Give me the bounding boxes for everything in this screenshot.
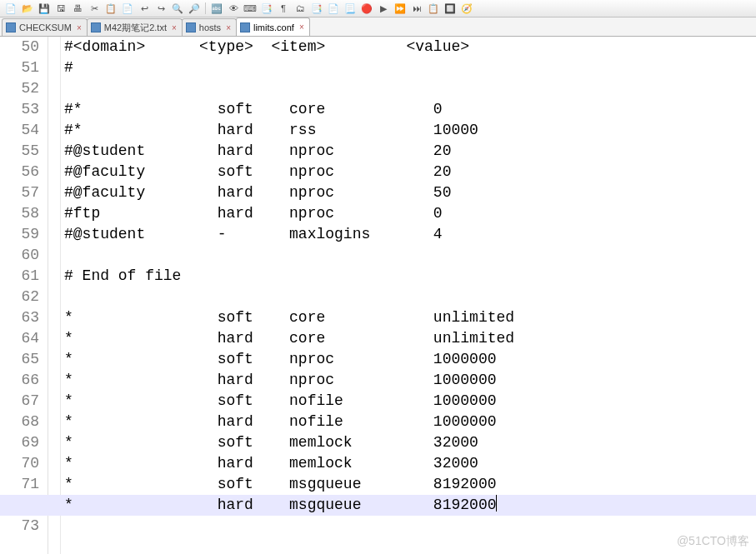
- toolbar-button-22[interactable]: 🔴: [359, 1, 374, 16]
- code-line[interactable]: #* soft core 0: [64, 99, 756, 120]
- file-icon: [186, 22, 196, 32]
- line-number: 65: [0, 349, 39, 370]
- code-line[interactable]: #* hard rss 10000: [64, 120, 756, 141]
- code-line[interactable]: #@student - maxlogins 4: [64, 224, 756, 245]
- tab-3[interactable]: limits.conf×: [236, 17, 310, 36]
- text-caret: [496, 495, 497, 512]
- code-line[interactable]: * hard nproc 1000000: [64, 370, 756, 391]
- code-line[interactable]: * hard core unlimited: [64, 328, 756, 349]
- code-line[interactable]: #: [64, 57, 756, 78]
- line-number: 66: [0, 370, 39, 391]
- toolbar-button-2[interactable]: 💾: [37, 1, 52, 16]
- line-number: 61: [0, 266, 39, 287]
- watermark-text: @51CTO博客: [677, 534, 749, 549]
- code-line[interactable]: #@student hard nproc 20: [64, 141, 756, 162]
- code-text: * hard nofile 1000000: [64, 412, 496, 432]
- line-number: 51: [0, 57, 39, 78]
- code-line[interactable]: #ftp hard nproc 0: [64, 203, 756, 224]
- toolbar-button-25[interactable]: ⏭: [409, 1, 424, 16]
- code-text: #@student - maxlogins 4: [64, 224, 443, 245]
- code-line[interactable]: [64, 516, 756, 537]
- toolbar-button-17[interactable]: ¶: [276, 1, 291, 16]
- code-line[interactable]: * soft nofile 1000000: [64, 391, 756, 412]
- toolbar-button-14[interactable]: 👁: [226, 1, 241, 16]
- line-number: 63: [0, 307, 39, 328]
- code-text: #<domain> <type> <item> <value>: [64, 37, 469, 57]
- code-text: * soft core unlimited: [64, 307, 514, 328]
- code-line[interactable]: * soft core unlimited: [64, 307, 756, 328]
- code-line[interactable]: [64, 287, 756, 307]
- code-line[interactable]: * hard memlock 32000: [64, 453, 756, 474]
- line-number: 73: [0, 516, 39, 537]
- code-line[interactable]: * soft msgqueue 8192000: [64, 474, 756, 495]
- toolbar-button-16[interactable]: 📑: [259, 1, 274, 16]
- tab-1[interactable]: M42期笔记2.txt×: [87, 18, 183, 36]
- tab-2[interactable]: hosts×: [182, 18, 237, 36]
- line-number: 53: [0, 99, 39, 120]
- code-line[interactable]: * hard nofile 1000000: [64, 412, 756, 432]
- fold-column: [48, 37, 61, 554]
- tab-label: limits.conf: [253, 22, 294, 32]
- code-text: #* soft core 0: [64, 99, 443, 120]
- code-editor[interactable]: #<domain> <type> <item> <value>##* soft …: [61, 37, 756, 554]
- toolbar-button-5[interactable]: ✂: [87, 1, 102, 16]
- toolbar-button-8[interactable]: ↩: [137, 1, 152, 16]
- code-line[interactable]: # End of file: [64, 266, 756, 287]
- toolbar-button-0[interactable]: 📄: [3, 1, 18, 16]
- file-icon: [240, 22, 250, 32]
- toolbar-button-19[interactable]: 📑: [309, 1, 324, 16]
- code-line[interactable]: [64, 78, 756, 99]
- toolbar-button-13[interactable]: 🔤: [209, 1, 224, 16]
- toolbar-button-23[interactable]: ▶: [376, 1, 391, 16]
- toolbar-button-26[interactable]: 📋: [426, 1, 441, 16]
- line-number: 60: [0, 245, 39, 266]
- toolbar-button-21[interactable]: 📃: [343, 1, 358, 16]
- line-number: 56: [0, 162, 39, 182]
- line-number: 55: [0, 141, 39, 162]
- toolbar-button-20[interactable]: 📄: [326, 1, 341, 16]
- toolbar-button-10[interactable]: 🔍: [170, 1, 185, 16]
- toolbar-button-1[interactable]: 📂: [20, 1, 35, 16]
- close-icon[interactable]: ×: [172, 23, 177, 32]
- toolbar-button-24[interactable]: ⏩: [393, 1, 408, 16]
- code-text: * soft msgqueue 8192000: [64, 474, 496, 495]
- toolbar-button-15[interactable]: ⌨: [243, 1, 258, 16]
- code-line[interactable]: * soft memlock 32000: [64, 432, 756, 453]
- code-line[interactable]: * soft nproc 1000000: [64, 349, 756, 370]
- close-icon[interactable]: ×: [226, 23, 231, 32]
- tab-label: hosts: [199, 22, 221, 32]
- code-text: #: [64, 57, 73, 78]
- line-number: 52: [0, 78, 39, 99]
- tab-0[interactable]: CHECKSUM×: [2, 18, 88, 36]
- toolbar-button-6[interactable]: 📋: [103, 1, 118, 16]
- line-number: 68: [0, 412, 39, 432]
- toolbar-button-28[interactable]: 🧭: [459, 1, 474, 16]
- code-line[interactable]: [64, 245, 756, 266]
- tab-label: CHECKSUM: [19, 22, 72, 32]
- toolbar-button-18[interactable]: 🗂: [293, 1, 308, 16]
- code-text: # End of file: [64, 266, 181, 287]
- code-line[interactable]: #<domain> <type> <item> <value>: [64, 37, 756, 57]
- close-icon[interactable]: ×: [299, 22, 304, 32]
- toolbar-button-3[interactable]: 🖫: [53, 1, 68, 16]
- toolbar-button-11[interactable]: 🔎: [187, 1, 202, 16]
- tab-bar: CHECKSUM×M42期笔记2.txt×hosts×limits.conf×: [0, 17, 756, 37]
- code-text: #@faculty hard nproc 50: [64, 182, 451, 203]
- code-text: #@faculty soft nproc 20: [64, 162, 451, 182]
- code-text: #ftp hard nproc 0: [64, 203, 443, 224]
- toolbar-button-7[interactable]: 📄: [120, 1, 135, 16]
- toolbar-button-9[interactable]: ↪: [153, 1, 168, 16]
- code-text: * hard nproc 1000000: [64, 370, 496, 391]
- code-text: #* hard rss 10000: [64, 120, 478, 141]
- toolbar-button-27[interactable]: 🔲: [443, 1, 458, 16]
- line-number: 69: [0, 432, 39, 453]
- file-icon: [91, 22, 101, 32]
- code-line[interactable]: #@faculty hard nproc 50: [64, 182, 756, 203]
- toolbar-button-4[interactable]: 🖶: [70, 1, 85, 16]
- line-number: 71: [0, 474, 39, 495]
- line-number: 57: [0, 182, 39, 203]
- close-icon[interactable]: ×: [77, 23, 82, 32]
- code-text: * hard core unlimited: [64, 328, 514, 349]
- toolbar-separator: [205, 2, 206, 14]
- code-line[interactable]: #@faculty soft nproc 20: [64, 162, 756, 182]
